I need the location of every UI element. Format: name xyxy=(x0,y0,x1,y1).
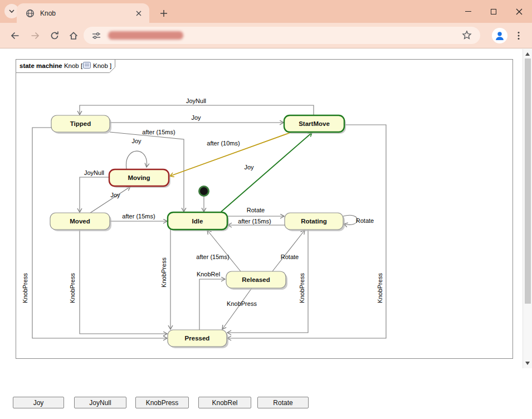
menu-button[interactable] xyxy=(512,29,525,42)
transition-label-tipped-to-startmove: Joy xyxy=(191,114,201,121)
reload-button[interactable] xyxy=(48,29,61,42)
event-button-knobpress[interactable]: KnobPress xyxy=(135,397,189,408)
state-pressed: Pressed xyxy=(168,330,228,348)
reload-icon xyxy=(49,30,60,41)
address-bar[interactable] xyxy=(84,27,480,44)
scroll-up-arrow[interactable] xyxy=(523,50,532,59)
close-icon xyxy=(516,8,523,15)
transition-label-idle-to-rotating: Rotate xyxy=(247,207,265,213)
site-info-icon[interactable] xyxy=(91,31,101,41)
transition-label-released-to-rotating: Rotate xyxy=(281,254,299,260)
initial-state xyxy=(199,187,209,196)
home-button[interactable] xyxy=(67,29,80,42)
maximize-button[interactable] xyxy=(481,0,506,23)
state-moving: Moving xyxy=(109,169,170,188)
transition-label-pressed-to-released: KnobRel xyxy=(197,271,220,277)
bookmark-star-icon[interactable] xyxy=(461,30,472,41)
state-ref-icon xyxy=(84,62,91,69)
vertical-scrollbar[interactable] xyxy=(523,49,532,368)
chevron-down-icon xyxy=(8,7,16,15)
back-button[interactable] xyxy=(8,29,22,42)
browser-tab-strip: Knob xyxy=(0,0,532,23)
state-idle: Idle xyxy=(168,212,229,231)
event-button-rotate[interactable]: Rotate xyxy=(257,397,309,408)
tab-close-icon[interactable] xyxy=(134,8,144,18)
frame-label: state machine Knob [ xyxy=(19,62,83,69)
state-moved: Moved xyxy=(50,213,111,231)
state-label-pressed: Pressed xyxy=(185,335,210,342)
state-label-idle: Idle xyxy=(192,218,203,225)
minimize-button[interactable] xyxy=(455,0,481,23)
back-arrow-icon xyxy=(9,30,21,41)
event-button-joynull[interactable]: JoyNull xyxy=(74,397,126,408)
transition-label-tipped-to-pressed: KnobPress xyxy=(22,273,28,303)
profile-avatar[interactable] xyxy=(492,28,507,43)
state-rotating: Rotating xyxy=(285,213,345,231)
transition-label-tipped-to-idle: after (15ms) xyxy=(142,129,175,135)
state-label-moving: Moving xyxy=(128,174,150,181)
state-tipped: Tipped xyxy=(51,115,111,134)
scrollbar-thumb[interactable] xyxy=(525,59,531,304)
maximize-icon xyxy=(491,9,496,14)
state-machine-diagram: state machine Knob [ Knob ]JoyNullJoyaft… xyxy=(0,49,532,419)
state-startmove: StartMove xyxy=(284,115,346,134)
event-button-joy[interactable]: Joy xyxy=(13,397,64,408)
scroll-down-arrow[interactable] xyxy=(523,359,532,368)
person-icon xyxy=(494,30,505,41)
url-redacted-text xyxy=(108,31,183,40)
transition-label-moving-to-moved: JoyNull xyxy=(84,169,104,176)
transition-label-moved-to-moving: Joy xyxy=(110,192,120,198)
event-button-knobrel[interactable]: KnobRel xyxy=(198,397,251,408)
close-window-button[interactable] xyxy=(506,0,532,23)
transition-label-startmove-to-pressed: KnobPress xyxy=(377,273,383,303)
transition-label-released-to-pressed: KnobPress xyxy=(227,300,257,307)
state-label-tipped: Tipped xyxy=(70,120,91,127)
transition-label-released-to-idle: after (15ms) xyxy=(196,254,229,260)
transition-label-idle-to-pressed: KnobPress xyxy=(160,257,167,288)
state-label-released: Released xyxy=(242,276,270,283)
state-released: Released xyxy=(226,271,287,290)
tab-title: Knob xyxy=(40,9,134,17)
home-icon xyxy=(68,30,79,41)
browser-toolbar xyxy=(0,23,532,48)
new-tab-button[interactable] xyxy=(157,7,170,20)
transition-label-startmove-to-moving: after (10ms) xyxy=(207,140,240,147)
kebab-icon xyxy=(514,31,524,41)
transition-label-idle-to-startmove: Joy xyxy=(244,164,254,170)
transition-label-moved-to-pressed: KnobPress xyxy=(69,273,76,303)
transition-label-moving-self-joy: Joy xyxy=(131,138,141,144)
transition-label-startmove-to-tipped: JoyNull xyxy=(186,98,206,104)
state-label-moved: Moved xyxy=(70,218,90,225)
transition-label-rotating-self-rotate: Rotate xyxy=(356,217,374,224)
state-label-rotating: Rotating xyxy=(301,218,327,225)
minimize-icon xyxy=(465,11,471,12)
forward-button[interactable] xyxy=(28,29,42,42)
window-controls xyxy=(455,0,532,23)
transition-label-rotating-to-idle: after (15ms) xyxy=(238,218,271,225)
transition-label-moved-to-idle: after (15ms) xyxy=(122,213,155,220)
state-label-startmove: StartMove xyxy=(299,120,330,127)
plus-icon xyxy=(160,9,168,17)
frame-label-ref: Knob ] xyxy=(93,62,111,69)
page-content: state machine Knob [ Knob ]JoyNullJoyaft… xyxy=(0,49,532,419)
transition-label-rotating-to-pressed: KnobPress xyxy=(299,273,305,303)
browser-tab[interactable]: Knob xyxy=(17,3,149,23)
forward-arrow-icon xyxy=(30,30,41,41)
globe-favicon-icon xyxy=(26,9,35,18)
